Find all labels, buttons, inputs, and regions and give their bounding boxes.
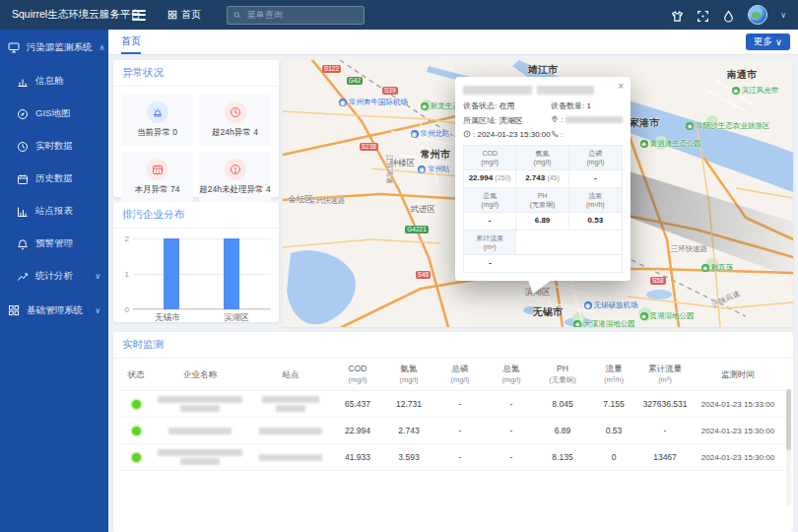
popup-phone: : xyxy=(551,130,623,139)
metric-cell: 0 xyxy=(588,452,639,463)
metric-cell: 0.53 xyxy=(588,426,639,436)
bar-chart: 012 xyxy=(133,238,271,309)
sidebar-item-4[interactable]: 历史数据 xyxy=(0,163,108,195)
status-card-2[interactable]: 本月异常 74 xyxy=(121,152,193,203)
breadcrumb-label: 首页 xyxy=(181,8,201,22)
water-drop-icon[interactable] xyxy=(722,9,735,22)
theme-shirt-icon[interactable] xyxy=(671,9,684,22)
map-label-park: ♣鹅真荡 xyxy=(701,263,734,273)
y-tick-label: 2 xyxy=(125,234,129,243)
trend-icon xyxy=(17,271,29,283)
map-label-text: 滨江风光带 xyxy=(742,86,779,96)
table-row-2[interactable]: 41.9333.593--8.1350134672024-01-23 15:30… xyxy=(121,444,785,471)
panel-title: 排污企业分布 xyxy=(113,202,279,229)
map-label-text: 常州站 xyxy=(428,165,450,174)
map-panel[interactable]: 靖江市南通市张家港市常州市钟楼区金坛区武进区滨湖区无锡市◉常州奔牛国际机场◉常州… xyxy=(283,60,793,327)
road-badge: S58 xyxy=(650,277,666,285)
map-label-park: ♣黄泗浦生态公园 xyxy=(640,139,702,149)
sidebar-item-label: 信息舱 xyxy=(35,75,64,88)
redacted-text xyxy=(158,449,242,456)
metric-header: 流量(m³/h) xyxy=(569,188,622,213)
metric-cell: - xyxy=(486,399,537,410)
panel-title: 异常状况 xyxy=(113,60,279,87)
topbar: Squirrel生态环境云服务平台 首页 ∨ xyxy=(0,0,798,30)
map-label-park: ♣贡湖湿地公园 xyxy=(640,311,695,321)
transit-icon: ◉ xyxy=(584,301,592,309)
tab-home[interactable]: 首页 xyxy=(121,34,141,54)
road-badge: S122 xyxy=(322,65,341,73)
metric-cell: 2.743 xyxy=(383,426,434,436)
transit-icon: ◉ xyxy=(411,130,419,138)
scrollbar-thumb[interactable] xyxy=(786,389,791,450)
popup-title-redacted xyxy=(463,86,613,95)
park-icon: ♣ xyxy=(686,122,694,130)
clock-alert-icon xyxy=(225,101,246,123)
sidebar-item-1[interactable]: 信息舱 xyxy=(0,65,108,98)
map-label-text: 三环快速路 xyxy=(671,244,708,253)
close-icon[interactable]: × xyxy=(618,81,624,92)
location-icon xyxy=(551,115,559,123)
address-redacted: : xyxy=(551,115,623,126)
table-row-1[interactable]: 22.9942.743--6.890.53-2024-01-23 15:30:0… xyxy=(121,418,785,444)
status-card-label: 超24h异常 4 xyxy=(212,127,258,139)
metric-value: - xyxy=(569,170,622,188)
fullscreen-icon[interactable] xyxy=(697,9,709,22)
sidebar-item-0[interactable]: 污染源监测系统∧ xyxy=(0,30,108,65)
metric-cell: 327636.531 xyxy=(639,399,691,410)
sidebar-item-2[interactable]: GIS地图 xyxy=(0,98,108,130)
menu-search[interactable] xyxy=(227,6,365,25)
park-icon: ♣ xyxy=(573,320,581,327)
redacted-text xyxy=(158,396,242,403)
map-info-popup: × 设备状态: 在用 设备数量: 1 所属区域: 滨湖区 : : 2024-01… xyxy=(455,77,631,281)
device-count: 设备数量: 1 xyxy=(551,100,623,111)
avatar[interactable] xyxy=(748,5,767,25)
status-card-3[interactable]: 超24h未处理异常 4 xyxy=(199,152,271,203)
road-badge: S238 xyxy=(360,143,378,151)
redacted-text xyxy=(259,454,322,461)
map-label-park: ♣常阴沙生态农业旅游区 xyxy=(686,121,769,131)
status-card-0[interactable]: 当前异常 0 xyxy=(121,95,193,146)
redacted-text xyxy=(259,428,322,434)
column-header: 监测时间 xyxy=(691,369,785,380)
station-name-redacted xyxy=(249,428,332,434)
park-icon: ♣ xyxy=(732,87,740,95)
metric-header: 总磷(mg/l) xyxy=(569,146,622,170)
map-label-text: 武进区 xyxy=(411,204,436,214)
search-icon xyxy=(233,11,241,20)
hamburger-icon[interactable] xyxy=(132,7,146,23)
redacted-text xyxy=(180,458,220,465)
breadcrumb[interactable]: 首页 xyxy=(167,8,201,22)
map-label-transport: ◉常州站 xyxy=(418,165,450,174)
realtime-monitor-panel: 实时监测 状态企业名称站点COD(mg/l)氨氮(mg/l)总磷(mg/l)总氮… xyxy=(113,332,793,532)
status-card-label: 本月异常 74 xyxy=(135,184,180,196)
map-label-district: 武进区 xyxy=(411,204,436,216)
sidebar-item-7[interactable]: 统计分析∨ xyxy=(0,260,108,293)
topbar-actions: ∨ xyxy=(671,5,798,25)
main-content: 异常状况 当前异常 0超24h异常 4本月异常 74超24h未处理异常 4 排污… xyxy=(108,55,798,532)
chevron-down-icon: ∨ xyxy=(95,306,100,315)
sidebar-item-3[interactable]: 实时数据 xyxy=(0,130,108,163)
map-label-transport: ◉常州北站 xyxy=(411,129,450,139)
redacted-text xyxy=(180,405,220,412)
table-row-0[interactable]: 65.43712.731--8.0457.155327636.5312024-0… xyxy=(121,391,785,418)
metric-value: 2.743 (45) xyxy=(516,170,568,188)
column-header: 总磷(mg/l) xyxy=(434,364,486,385)
more-button[interactable]: 更多 ∨ xyxy=(746,33,790,50)
park-icon: ♣ xyxy=(701,264,709,272)
sidebar-item-8[interactable]: 基础管理系统∨ xyxy=(0,293,108,328)
status-cards: 当前异常 0超24h异常 4本月异常 74超24h未处理异常 4 xyxy=(113,87,279,211)
search-input[interactable] xyxy=(245,9,358,21)
road-badge: G42 xyxy=(347,77,363,85)
status-card-1[interactable]: 超24h异常 4 xyxy=(199,95,271,146)
road-badge: S48 xyxy=(416,271,432,279)
column-header: 总氮(mg/l) xyxy=(486,364,537,385)
chevron-down-icon[interactable]: ∨ xyxy=(780,11,786,20)
map-label-park: ♣滨江风光带 xyxy=(732,86,779,96)
table-scrollbar[interactable] xyxy=(786,389,791,505)
sidebar: 污染源监测系统∧信息舱GIS地图实时数据历史数据站点报表预警管理统计分析∨基础管… xyxy=(0,30,108,532)
transit-icon: ◉ xyxy=(339,99,347,106)
map-label-text: 金武快速路 xyxy=(308,196,346,205)
sidebar-item-5[interactable]: 站点报表 xyxy=(0,195,108,228)
sidebar-item-6[interactable]: 预警管理 xyxy=(0,228,108,260)
chart-gridline xyxy=(133,238,271,239)
